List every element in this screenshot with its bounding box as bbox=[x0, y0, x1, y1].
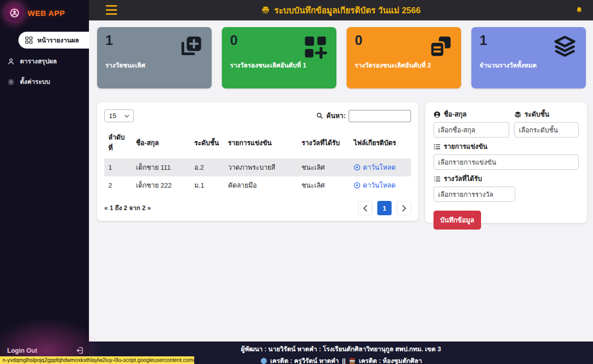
layers-icon bbox=[553, 35, 577, 59]
download-circle-icon bbox=[354, 164, 360, 171]
column-header: ระดับชั้น bbox=[190, 127, 224, 158]
download-link[interactable]: ดาว์นโหลด bbox=[354, 180, 396, 191]
chevron-down-icon bbox=[124, 115, 129, 118]
sidebar-item-label: ตั้งค่าระบบ bbox=[20, 77, 50, 87]
entry-form-card: ชื่อ-สกุล ระดับชั้น รายการแข่งขัน bbox=[425, 102, 587, 223]
download-label: ดาว์นโหลด bbox=[363, 180, 396, 191]
bell-icon[interactable] bbox=[576, 6, 583, 14]
footer-credit2: เครดิต : ห้องซูมตักศิลา bbox=[359, 356, 422, 364]
grade-select-input[interactable] bbox=[514, 122, 579, 138]
person-circle-icon bbox=[434, 111, 441, 118]
logout-label: Login Out bbox=[7, 347, 37, 354]
prev-page-button[interactable] bbox=[358, 201, 372, 215]
cell-name: เด็กชาย 222 bbox=[132, 176, 190, 194]
stat-cards: 1 รางวัลชนะเลิศ 0 รางวัลรองชนะเลิศอันดับ… bbox=[97, 27, 586, 88]
stat-label: รางวัลรองชนะเลิศอันดับที่ 1 bbox=[230, 61, 316, 70]
page-title-text: ระบบบันทึกข้อมูลเกียรติบัตร วันแม่ 2566 bbox=[274, 4, 420, 17]
stat-card-total: 1 จำนวนรางวัลทั้งหมด bbox=[471, 27, 586, 88]
download-circle-icon bbox=[354, 182, 360, 189]
search-label: ค้นหา: bbox=[326, 110, 346, 121]
person-icon bbox=[7, 58, 15, 65]
name-select-input[interactable] bbox=[434, 122, 509, 138]
cell-grade: ม.1 bbox=[190, 176, 224, 194]
windows-stack-icon bbox=[428, 35, 452, 59]
footer-credit1: เครดิต : ครูวิรัตน์ หาดคำ bbox=[270, 356, 339, 364]
stack-books-icon bbox=[349, 357, 356, 364]
field-label-name: ชื่อ-สกุล bbox=[434, 109, 509, 120]
page-size-value: 15 bbox=[109, 112, 116, 120]
sidebar-item-summary-table[interactable]: ตารางสรุปผล bbox=[7, 54, 89, 69]
stat-label: รางวัลรองชนะเลิศอันดับที่ 2 bbox=[355, 61, 441, 70]
field-label-grade: ระดับชั้น bbox=[514, 109, 579, 120]
cell-award: ชนะเลิศ bbox=[298, 176, 350, 194]
top-header: ระบบบันทึกข้อมูลเกียรติบัตร วันแม่ 2566 bbox=[89, 0, 593, 20]
column-header: รายการแข่งขัน bbox=[224, 127, 298, 158]
stat-label: จำนวนรางวัลทั้งหมด bbox=[480, 61, 565, 70]
grid-plus-icon bbox=[304, 35, 327, 59]
pagination-summary: « 1 ถึง 2 จาก 2 » bbox=[104, 203, 151, 213]
page-1-button[interactable]: 1 bbox=[377, 201, 392, 215]
copy-plus-icon bbox=[179, 35, 202, 59]
search-input[interactable] bbox=[349, 110, 411, 122]
sidebar-item-settings[interactable]: ตั้งค่าระบบ bbox=[7, 75, 89, 89]
brand-name: WEB APP bbox=[28, 9, 65, 17]
cell-no: 2 bbox=[104, 176, 132, 194]
cell-event: วาดภาพระบายสี bbox=[224, 158, 298, 176]
footer-separator: || bbox=[342, 357, 346, 364]
event-select-input[interactable] bbox=[434, 154, 579, 170]
column-header: ลำดับที่ bbox=[104, 127, 132, 158]
chevron-right-icon bbox=[402, 205, 406, 212]
layers-icon bbox=[514, 111, 521, 118]
browser-status-bar: n-yvdqmglhslpojq2gppfqhdwmoxkxthlaylw2iu… bbox=[0, 356, 194, 364]
results-table-card: 15 ค้นหา: ลำดับที่ ชื่อ-สกุล ระดับชั้น bbox=[97, 102, 418, 221]
stat-card-runnerup1: 0 รางวัลรองชนะเลิศอันดับที่ 1 bbox=[222, 27, 336, 88]
chevron-left-icon bbox=[363, 205, 368, 212]
cell-grade: อ.2 bbox=[190, 158, 224, 176]
column-header: รางวัลที่ได้รับ bbox=[298, 127, 350, 158]
results-table: ลำดับที่ ชื่อ-สกุล ระดับชั้น รายการแข่งข… bbox=[104, 127, 411, 194]
cell-no: 1 bbox=[104, 158, 132, 176]
page-title: ระบบบันทึกข้อมูลเกียรติบัตร วันแม่ 2566 bbox=[89, 4, 593, 17]
field-label-award: รางวัลที่ได้รับ bbox=[434, 173, 579, 184]
stat-label: รางวัลชนะเลิศ bbox=[105, 61, 191, 70]
footer-developer-line: ผู้พัฒนา : นายวิรัตน์ หาดคำ : โรงเรียนตั… bbox=[89, 344, 593, 354]
pagination: 1 bbox=[358, 201, 411, 215]
table-row: 2 เด็กชาย 222 ม.1 คัดลายมือ ชนะเลิศ ดาว์… bbox=[104, 176, 411, 194]
table-header-row: ลำดับที่ ชื่อ-สกุล ระดับชั้น รายการแข่งข… bbox=[104, 127, 411, 158]
page-size-select[interactable]: 15 bbox=[104, 109, 134, 122]
table-row: 1 เด็กชาย 111 อ.2 วาดภาพระบายสี ชนะเลิศ … bbox=[104, 158, 411, 176]
column-header: ไฟล์เกียรติบัตร bbox=[350, 127, 411, 158]
logout-icon bbox=[76, 347, 84, 354]
column-header: ชื่อ-สกุล bbox=[132, 127, 190, 158]
search-icon bbox=[316, 112, 323, 119]
sidebar-item-label: ตารางสรุปผล bbox=[20, 56, 57, 66]
sidebar-item-report-page[interactable]: หน้ารายงานผล bbox=[18, 32, 89, 49]
sidebar: WEB APP หน้ารายงานผล ตารางสรุปผล ตั้งค่า… bbox=[0, 0, 89, 364]
globe-icon bbox=[260, 357, 267, 364]
field-label-event: รายการแข่งขัน bbox=[434, 141, 579, 152]
save-button[interactable]: บันทึกข้อมูล bbox=[434, 211, 481, 230]
award-select-input[interactable] bbox=[434, 187, 515, 202]
gear-icon bbox=[7, 78, 15, 86]
next-page-button[interactable] bbox=[397, 201, 411, 215]
person-circle-icon bbox=[6, 5, 22, 21]
cell-event: คัดลายมือ bbox=[224, 176, 298, 194]
grid-icon bbox=[25, 36, 33, 44]
main-content: 1 รางวัลชนะเลิศ 0 รางวัลรองชนะเลิศอันดับ… bbox=[89, 20, 593, 342]
printer-icon bbox=[261, 6, 270, 15]
list-icon bbox=[434, 143, 441, 150]
download-label: ดาว์นโหลด bbox=[363, 162, 396, 173]
app-logo: WEB APP bbox=[6, 5, 65, 21]
sidebar-item-label: หน้ารายงานผล bbox=[37, 35, 79, 46]
download-link[interactable]: ดาว์นโหลด bbox=[354, 162, 396, 173]
stat-card-runnerup2: 0 รางวัลรองชนะเลิศอันดับที่ 2 bbox=[347, 27, 461, 88]
logout-button[interactable]: Login Out bbox=[7, 347, 84, 354]
list-ol-icon bbox=[434, 175, 441, 183]
cell-award: ชนะเลิศ bbox=[298, 158, 350, 176]
cell-name: เด็กชาย 111 bbox=[132, 158, 190, 176]
stat-card-winner: 1 รางวัลชนะเลิศ bbox=[97, 27, 212, 88]
